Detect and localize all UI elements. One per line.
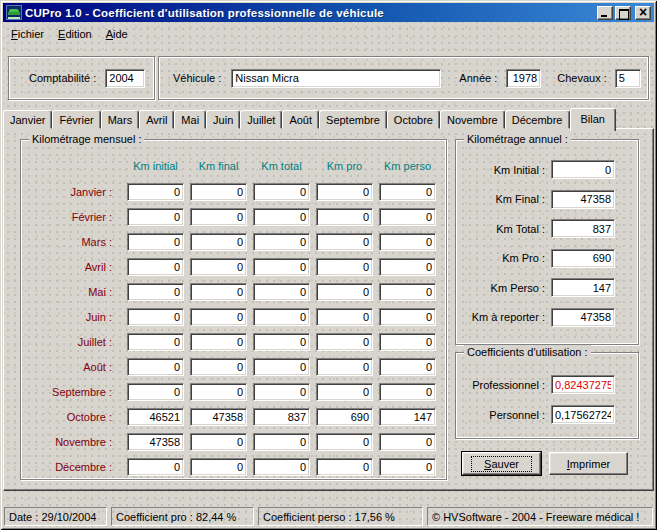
- mars-km-initial[interactable]: [127, 233, 184, 251]
- novembre-km-initial[interactable]: [127, 433, 184, 451]
- juin-km-final[interactable]: [190, 308, 247, 326]
- fevrier-km-pro[interactable]: [316, 208, 373, 226]
- imprimer-button[interactable]: Imprimer: [549, 452, 628, 475]
- tab-juin[interactable]: Juin: [206, 110, 240, 129]
- sauver-button[interactable]: Sauver: [461, 451, 542, 476]
- mars-km-final[interactable]: [190, 233, 247, 251]
- tab-bilan[interactable]: Bilan: [570, 108, 616, 131]
- tab-octobre[interactable]: Octobre: [387, 110, 440, 129]
- juillet-km-perso[interactable]: [379, 333, 436, 351]
- aout-km-final[interactable]: [190, 358, 247, 376]
- juillet-km-final[interactable]: [190, 333, 247, 351]
- decembre-km-perso[interactable]: [379, 458, 436, 476]
- juin-km-pro[interactable]: [316, 308, 373, 326]
- juin-km-perso[interactable]: [379, 308, 436, 326]
- janvier-km-perso[interactable]: [379, 183, 436, 201]
- septembre-km-total[interactable]: [253, 383, 310, 401]
- mai-km-final[interactable]: [190, 283, 247, 301]
- janvier-km-initial[interactable]: [127, 183, 184, 201]
- km-initial-annuel-input[interactable]: [551, 160, 615, 179]
- close-button[interactable]: [635, 6, 651, 20]
- janvier-km-total[interactable]: [253, 183, 310, 201]
- tab-mars[interactable]: Mars: [101, 110, 139, 129]
- octobre-km-total[interactable]: [253, 408, 310, 426]
- aout-km-total[interactable]: [253, 358, 310, 376]
- septembre-km-final[interactable]: [190, 383, 247, 401]
- mars-km-pro[interactable]: [316, 233, 373, 251]
- decembre-km-initial[interactable]: [127, 458, 184, 476]
- aout-km-pro[interactable]: [316, 358, 373, 376]
- km-total-annuel-input[interactable]: [551, 219, 615, 238]
- title-bar[interactable]: CUPro 1.0 - Coefficient d'utilisation pr…: [3, 3, 654, 22]
- tab-novembre[interactable]: Novembre: [440, 110, 505, 129]
- comptabilite-input[interactable]: [105, 69, 145, 88]
- tab-septembre[interactable]: Septembre: [319, 110, 387, 129]
- professionnel-label: Professionnel :: [456, 379, 551, 391]
- novembre-km-final[interactable]: [190, 433, 247, 451]
- tab-avril[interactable]: Avril: [139, 110, 174, 129]
- octobre-km-initial[interactable]: [127, 408, 184, 426]
- aout-km-initial[interactable]: [127, 358, 184, 376]
- km-perso-annuel-input[interactable]: [551, 278, 615, 297]
- km-final-annuel-input[interactable]: [551, 190, 615, 209]
- fevrier-km-final[interactable]: [190, 208, 247, 226]
- tab-aout[interactable]: Août: [282, 110, 319, 129]
- avril-km-pro[interactable]: [316, 258, 373, 276]
- kilometrage-annuel-title: Kilométrage annuel :: [464, 132, 571, 146]
- novembre-km-pro[interactable]: [316, 433, 373, 451]
- menu-bar: Fichier Edition Aide: [4, 24, 653, 44]
- menu-aide[interactable]: Aide: [99, 26, 135, 42]
- mai-km-perso[interactable]: [379, 283, 436, 301]
- minimize-button[interactable]: [597, 6, 613, 20]
- coefficient-personnel-input[interactable]: [551, 405, 615, 424]
- tab-decembre[interactable]: Décembre: [505, 110, 570, 129]
- aout-km-perso[interactable]: [379, 358, 436, 376]
- tab-fevrier[interactable]: Février: [52, 110, 100, 129]
- row-label-juillet: Juillet :: [21, 336, 121, 348]
- tab-janvier[interactable]: Janvier: [3, 110, 52, 129]
- maximize-button[interactable]: [615, 6, 631, 20]
- octobre-km-perso[interactable]: [379, 408, 436, 426]
- km-pro-annuel-input[interactable]: [551, 249, 615, 268]
- juillet-km-total[interactable]: [253, 333, 310, 351]
- octobre-km-final[interactable]: [190, 408, 247, 426]
- avril-km-final[interactable]: [190, 258, 247, 276]
- septembre-km-pro[interactable]: [316, 383, 373, 401]
- mars-km-perso[interactable]: [379, 233, 436, 251]
- avril-km-perso[interactable]: [379, 258, 436, 276]
- fevrier-km-perso[interactable]: [379, 208, 436, 226]
- status-copyright: © HVSoftware - 2004 - Freeware médical !: [427, 507, 653, 526]
- novembre-km-perso[interactable]: [379, 433, 436, 451]
- menu-fichier[interactable]: Fichier: [4, 26, 51, 42]
- septembre-km-initial[interactable]: [127, 383, 184, 401]
- fevrier-km-initial[interactable]: [127, 208, 184, 226]
- tab-mai[interactable]: Mai: [174, 110, 206, 129]
- mai-km-total[interactable]: [253, 283, 310, 301]
- tab-juillet[interactable]: Juillet: [240, 110, 282, 129]
- km-a-reporter-input[interactable]: [551, 308, 615, 327]
- menu-edition[interactable]: Edition: [51, 26, 99, 42]
- avril-km-initial[interactable]: [127, 258, 184, 276]
- novembre-km-total[interactable]: [253, 433, 310, 451]
- vehicule-input[interactable]: [231, 69, 441, 88]
- octobre-km-pro[interactable]: [316, 408, 373, 426]
- juin-km-initial[interactable]: [127, 308, 184, 326]
- septembre-km-perso[interactable]: [379, 383, 436, 401]
- mars-km-total[interactable]: [253, 233, 310, 251]
- decembre-km-total[interactable]: [253, 458, 310, 476]
- fevrier-km-total[interactable]: [253, 208, 310, 226]
- decembre-km-final[interactable]: [190, 458, 247, 476]
- km-pro-label: Km Pro :: [456, 252, 551, 264]
- juillet-km-initial[interactable]: [127, 333, 184, 351]
- coefficient-professionnel-input[interactable]: [551, 375, 615, 394]
- decembre-km-pro[interactable]: [316, 458, 373, 476]
- chevaux-input[interactable]: [615, 69, 641, 88]
- avril-km-total[interactable]: [253, 258, 310, 276]
- mai-km-initial[interactable]: [127, 283, 184, 301]
- annee-input[interactable]: [506, 69, 541, 88]
- juin-km-total[interactable]: [253, 308, 310, 326]
- janvier-km-final[interactable]: [190, 183, 247, 201]
- mai-km-pro[interactable]: [316, 283, 373, 301]
- janvier-km-pro[interactable]: [316, 183, 373, 201]
- juillet-km-pro[interactable]: [316, 333, 373, 351]
